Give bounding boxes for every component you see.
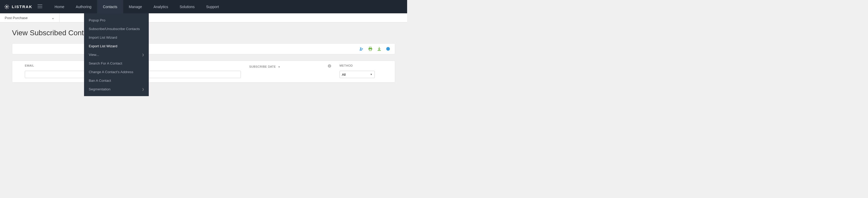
subscribe-date-info-icon[interactable]: i — [328, 64, 331, 68]
nav-solutions[interactable]: Solutions — [174, 0, 200, 13]
nav-manage[interactable]: Manage — [123, 0, 148, 13]
method-header[interactable]: METHOD — [340, 64, 380, 67]
nav-contacts[interactable]: Contacts — [97, 0, 123, 13]
chevron-down-icon: ⌄ — [52, 16, 55, 20]
table-header-row: EMAIL SUBSCRIBE DATE ▼ i METHOD All ▼ — [12, 61, 395, 82]
dd-export-list-wizard[interactable]: Export List Wizard — [84, 42, 149, 50]
table-card: EMAIL SUBSCRIBE DATE ▼ i METHOD All ▼ — [12, 61, 395, 83]
svg-rect-5 — [378, 50, 381, 51]
chevron-right-icon: ❯ — [142, 88, 144, 91]
brand-icon — [4, 4, 10, 10]
toolbar-card — [12, 44, 395, 54]
info-icon[interactable] — [386, 47, 390, 51]
nav-home[interactable]: Home — [49, 0, 70, 13]
dd-change-address[interactable]: Change A Contact's Address — [84, 68, 149, 76]
nav-items: Home Authoring Contacts Manage Analytics… — [49, 0, 225, 13]
svg-point-0 — [6, 6, 7, 7]
dd-view[interactable]: View...❯ — [84, 50, 149, 59]
menu-toggle-icon[interactable] — [38, 4, 42, 9]
method-filter-select[interactable]: All ▼ — [340, 71, 375, 78]
svg-rect-2 — [369, 47, 371, 48]
nav-authoring[interactable]: Authoring — [70, 0, 97, 13]
print-icon[interactable] — [368, 47, 372, 51]
svg-rect-4 — [369, 49, 371, 51]
contacts-dropdown: Popup Pro Subscribe/Unsubscribe Contacts… — [84, 13, 149, 93]
subscribe-date-column: SUBSCRIBE DATE ▼ i — [245, 61, 335, 82]
svg-point-6 — [386, 47, 390, 51]
select-caret-icon: ▼ — [370, 73, 372, 76]
select-all-column — [12, 61, 21, 82]
nav-analytics[interactable]: Analytics — [148, 0, 174, 13]
subscribe-date-header[interactable]: SUBSCRIBE DATE — [249, 65, 276, 68]
dd-import-list-wizard[interactable]: Import List Wizard — [84, 33, 149, 42]
method-filter-value: All — [342, 73, 345, 77]
content-area: View Subscribed Contacts EMAIL SUBSCRIBE… — [0, 23, 407, 89]
dd-segmentation[interactable]: Segmentation❯ — [84, 85, 149, 93]
sort-desc-icon[interactable]: ▼ — [278, 66, 280, 68]
sub-bar: Post Purchase ⌄ — [0, 13, 407, 23]
brand-logo[interactable]: LISTRAK — [4, 4, 32, 10]
dd-popup-pro[interactable]: Popup Pro — [84, 16, 149, 25]
list-selector-value: Post Purchase — [5, 16, 28, 20]
top-nav: LISTRAK Home Authoring Contacts Manage A… — [0, 0, 407, 13]
brand-text: LISTRAK — [12, 4, 32, 9]
dd-ban-contact[interactable]: Ban A Contact — [84, 76, 149, 85]
chevron-right-icon: ❯ — [142, 53, 144, 56]
list-selector[interactable]: Post Purchase ⌄ — [0, 13, 60, 22]
page-title: View Subscribed Contacts — [12, 29, 395, 37]
method-column: METHOD All ▼ — [335, 61, 384, 82]
dd-search-contact[interactable]: Search For A Contact — [84, 59, 149, 68]
nav-support[interactable]: Support — [200, 0, 225, 13]
svg-point-1 — [360, 48, 362, 49]
download-icon[interactable] — [377, 47, 381, 51]
dd-subscribe-unsubscribe[interactable]: Subscribe/Unsubscribe Contacts — [84, 25, 149, 33]
add-contact-icon[interactable] — [359, 47, 364, 51]
